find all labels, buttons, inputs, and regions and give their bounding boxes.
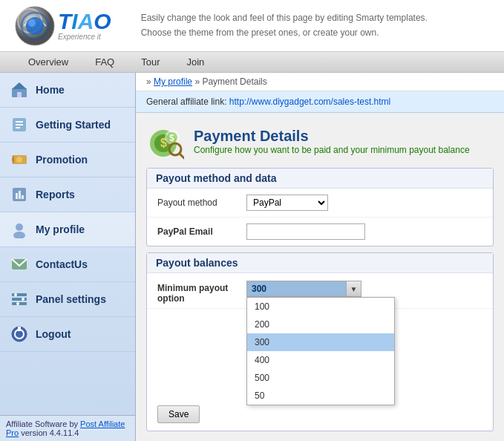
dropdown-option-100[interactable]: 100 (247, 298, 394, 316)
footer-prefix: Affiliate Software by (6, 419, 80, 428)
payout-method-select-wrapper: PayPal Check Wire (246, 195, 328, 211)
logo-text-area: TIAO Experience it (58, 10, 111, 41)
my-profile-icon (9, 219, 30, 240)
sidebar-label-panel-settings: Panel settings (36, 293, 106, 305)
payout-balances-box: Payout balances Minimum payout option 30… (146, 252, 494, 431)
breadcrumb-current: Payment Details (202, 76, 266, 87)
sidebar-item-getting-started[interactable]: Getting Started (0, 108, 135, 143)
svg-point-13 (16, 157, 22, 163)
header: TIAO Experience it Easily change the loo… (0, 0, 504, 52)
promotion-icon (9, 149, 30, 170)
minimum-payout-label: Minimum payout option (157, 281, 246, 304)
footer-version: version 4.4.11.4 (19, 428, 79, 437)
content-area: » My profile » Payment Details General a… (136, 73, 504, 441)
svg-rect-7 (17, 92, 22, 97)
sidebar-item-promotion[interactable]: Promotion (0, 143, 135, 177)
minimum-payout-row: Minimum payout option 300 ▼ 100 200 300 … (147, 273, 493, 309)
sidebar-label-logout: Logout (36, 328, 71, 340)
nav-bar: Overview FAQ Tour Join (0, 52, 504, 73)
paypal-email-label: PayPal Email (157, 226, 246, 237)
payout-method-row: Payout method PayPal Check Wire (147, 189, 493, 218)
sidebar: Home Getting Started Promotion Reports M (0, 73, 136, 441)
paypal-email-row: PayPal Email (147, 218, 493, 246)
contact-icon (9, 254, 30, 275)
sidebar-label-getting-started: Getting Started (36, 119, 111, 131)
sidebar-item-reports[interactable]: Reports (0, 177, 135, 212)
sidebar-item-panel-settings[interactable]: Panel settings (0, 282, 135, 317)
page-title: Payment Details (194, 128, 470, 145)
affiliate-label: General affiliate link: (146, 97, 229, 107)
breadcrumb-parent[interactable]: My profile (154, 76, 192, 87)
svg-rect-18 (22, 195, 24, 199)
affiliate-url[interactable]: http://www.diygadget.com/sales-test.html (229, 97, 390, 107)
sidebar-label-reports: Reports (36, 189, 75, 200)
section-title-area: Payment Details Configure how you want t… (194, 128, 470, 155)
svg-point-20 (13, 232, 25, 238)
svg-point-3 (26, 17, 44, 35)
svg-point-27 (16, 302, 19, 305)
sidebar-label-promotion: Promotion (36, 154, 88, 166)
nav-faq[interactable]: FAQ (82, 53, 128, 71)
nav-overview[interactable]: Overview (15, 53, 82, 71)
svg-point-26 (22, 298, 24, 301)
dropdown-value: 300 (246, 281, 347, 297)
paypal-email-input[interactable] (246, 223, 365, 240)
logo-image (15, 6, 55, 46)
logo: TIAO Experience it (15, 6, 111, 46)
dropdown-trigger[interactable]: 300 ▼ (246, 281, 361, 297)
dropdown-option-500[interactable]: 500 (247, 369, 394, 387)
logo-tagline: Experience it (58, 33, 111, 41)
payout-method-label: Payout method (157, 197, 246, 208)
sidebar-item-contact[interactable]: ContactUs (0, 247, 135, 282)
svg-line-39 (180, 154, 184, 158)
affiliate-bar: General affiliate link: http://www.diyga… (136, 91, 504, 113)
sidebar-label-my-profile: My profile (36, 223, 85, 235)
dropdown-arrow-btn[interactable]: ▼ (347, 281, 361, 297)
getting-started-icon (9, 114, 30, 135)
breadcrumb: » My profile » Payment Details (136, 73, 504, 91)
sidebar-item-my-profile[interactable]: My profile (0, 212, 135, 247)
svg-marker-6 (12, 82, 27, 89)
svg-text:$: $ (169, 133, 174, 143)
dropdown-option-300[interactable]: 300 (247, 333, 394, 351)
sidebar-footer: Affiliate Software by Post Affiliate Pro… (0, 415, 135, 441)
payout-balances-title: Payout balances (147, 253, 493, 273)
svg-rect-17 (19, 191, 21, 199)
breadcrumb-separator: » (146, 76, 151, 87)
dropdown-option-400[interactable]: 400 (247, 351, 394, 369)
nav-join[interactable]: Join (174, 53, 218, 71)
dropdown-option-50[interactable]: 50 (247, 387, 394, 405)
chevron-down-icon: ▼ (350, 285, 358, 293)
dropdown-option-200[interactable]: 200 (247, 316, 394, 333)
payout-method-box: Payout method and data Payout method Pay… (146, 168, 494, 246)
dropdown-list: 100 200 300 400 500 50 (246, 297, 395, 405)
logout-icon (9, 324, 30, 344)
header-description: Easily change the look and feel of this … (141, 11, 428, 39)
nav-tour[interactable]: Tour (128, 53, 173, 71)
sidebar-label-home: Home (36, 84, 65, 96)
svg-point-19 (16, 223, 23, 231)
breadcrumb-sep2: » (194, 76, 202, 87)
save-button[interactable]: Save (157, 405, 200, 423)
sidebar-item-logout[interactable]: Logout (0, 317, 135, 352)
svg-point-4 (28, 19, 36, 27)
section-icon: $ $ (146, 122, 185, 160)
logo-brand: TIAO (58, 10, 111, 33)
main-layout: Home Getting Started Promotion Reports M (0, 73, 504, 441)
svg-rect-16 (16, 193, 18, 199)
page-subtitle: Configure how you want to be paid and yo… (194, 145, 470, 155)
home-icon (9, 79, 30, 100)
minimum-payout-dropdown: 300 ▼ 100 200 300 400 500 50 (246, 281, 361, 297)
sidebar-item-home[interactable]: Home (0, 73, 135, 108)
payout-method-title: Payout method and data (147, 169, 493, 189)
section-header: $ $ Payment Details Configure how you wa… (136, 113, 504, 165)
payout-method-select[interactable]: PayPal Check Wire (246, 195, 328, 211)
svg-rect-31 (18, 327, 21, 331)
sidebar-label-contact: ContactUs (36, 258, 88, 270)
svg-point-25 (14, 293, 17, 296)
reports-icon (9, 184, 30, 205)
panel-settings-icon (9, 289, 30, 310)
